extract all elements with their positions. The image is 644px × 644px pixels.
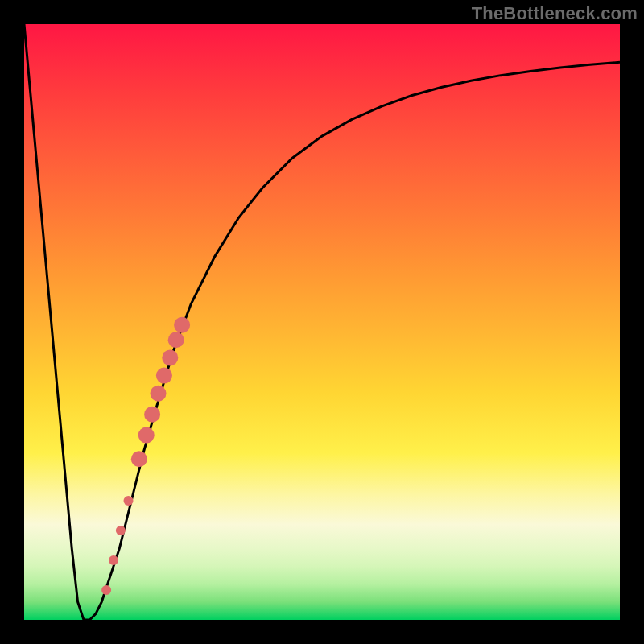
curve-marker-dot [151,386,167,402]
curve-marker-dot [109,555,118,565]
curve-marker-dot [101,585,111,595]
chart-svg [24,24,620,620]
curve-path-group [24,24,620,620]
curve-marker-dot [156,368,172,384]
chart-container: TheBottleneck.com [0,0,644,644]
bottleneck-curve [24,24,620,620]
watermark-text: TheBottleneck.com [472,3,638,24]
curve-marker-dot [174,317,190,333]
curve-marker-dot [162,349,178,365]
curve-marker-dot [138,427,155,444]
curve-marker-dot [131,451,147,467]
curve-marker-dot [116,526,126,535]
curve-marker-dot [144,407,160,423]
curve-marker-dot [168,332,184,348]
curve-markers [101,317,190,595]
curve-marker-dot [124,496,134,506]
